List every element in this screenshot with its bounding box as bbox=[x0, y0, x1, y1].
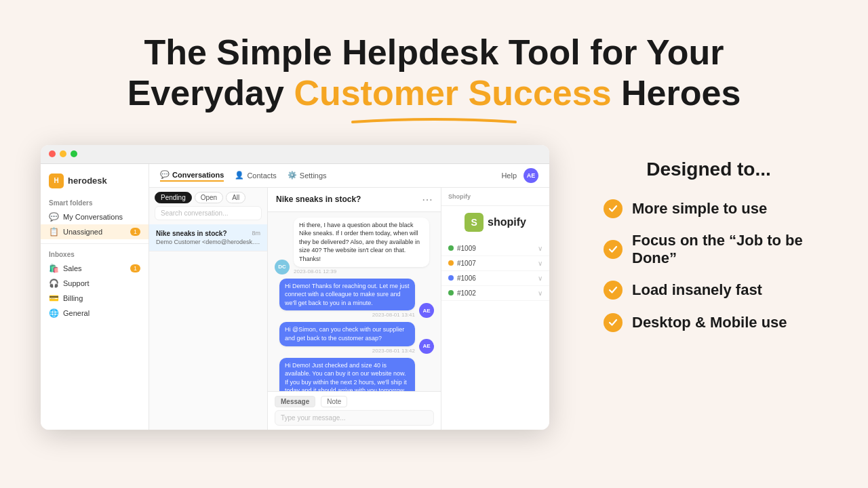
conv-time: 8m bbox=[252, 230, 260, 237]
order-left: #1009 bbox=[448, 245, 476, 252]
input-tabs: Message Note bbox=[275, 396, 434, 407]
logo-icon: H bbox=[49, 174, 64, 188]
tab-settings[interactable]: ⚙️ Settings bbox=[288, 169, 327, 182]
msg-time: 2023-08-01 12:39 bbox=[294, 268, 429, 274]
features-section: Designed to... More simple to use Focus … bbox=[576, 145, 827, 346]
conversation-list: Pending Open All Search conversation... … bbox=[149, 188, 268, 430]
unassigned-label: Unassigned bbox=[63, 228, 102, 236]
message-bubble: Hi there, I have a question about the bl… bbox=[294, 218, 429, 274]
order-status-dot bbox=[448, 260, 454, 266]
headline: The Simple Helpdesk Tool for Your Everyd… bbox=[68, 33, 800, 114]
input-tab-message[interactable]: Message bbox=[275, 396, 315, 407]
general-label: General bbox=[63, 309, 90, 317]
app-screenshot: H herodesk Smart folders 💬 My Conversati… bbox=[41, 145, 549, 430]
order-left: #1002 bbox=[448, 289, 476, 297]
help-link[interactable]: Help bbox=[501, 171, 517, 180]
order-item[interactable]: #1007 ∨ bbox=[441, 256, 549, 271]
order-status-dot bbox=[448, 290, 454, 296]
sidebar-item-sales[interactable]: 🛍️ Sales 1 bbox=[41, 261, 149, 276]
input-tab-note[interactable]: Note bbox=[321, 396, 347, 407]
order-item[interactable]: #1002 ∨ bbox=[441, 286, 549, 301]
dot-close[interactable] bbox=[49, 150, 56, 157]
shopify-logo-text: shopify bbox=[488, 216, 526, 228]
check-icon-job bbox=[604, 240, 623, 259]
sidebar-item-billing[interactable]: 💳 Billing bbox=[41, 291, 149, 306]
chat-input-area: Message Note Type your message... bbox=[268, 391, 441, 430]
conversation-search[interactable]: Search conversation... bbox=[155, 206, 262, 220]
msg-time: 2023-08-01 13:42 bbox=[279, 348, 415, 354]
msg-text: Hi Demo! Just checked and size 40 is ava… bbox=[279, 358, 415, 391]
shopify-header: Shopify bbox=[441, 188, 549, 206]
user-avatar[interactable]: AE bbox=[524, 168, 538, 183]
message-row: AE Hi @Simon, can you check with our sup… bbox=[275, 322, 434, 353]
chevron-icon: ∨ bbox=[538, 274, 542, 282]
my-conversations-label: My Conversations bbox=[63, 213, 123, 221]
conversation-item[interactable]: Nike sneaks in stock? 8m Demo Customer <… bbox=[149, 224, 267, 251]
message-row: DC Hi there, I have a question about the… bbox=[275, 218, 434, 274]
conv-preview: Demo Customer <demo@herodesk.io> bbox=[156, 239, 260, 245]
check-icon-mobile bbox=[604, 313, 623, 332]
main-content: H herodesk Smart folders 💬 My Conversati… bbox=[0, 138, 868, 430]
app-main: Pending Open All Search conversation... … bbox=[149, 188, 549, 430]
dot-maximize[interactable] bbox=[71, 150, 77, 157]
sidebar-item-general[interactable]: 🌐 General bbox=[41, 306, 149, 321]
dot-minimize[interactable] bbox=[60, 150, 66, 157]
tab-contacts[interactable]: 👤 Contacts bbox=[235, 169, 276, 182]
chat-title: Nike sneaks in stock? bbox=[276, 195, 361, 204]
app-topnav: 💬 Conversations 👤 Contacts ⚙️ Settings H… bbox=[149, 164, 549, 188]
shopify-panel: Shopify S shopify #1009 bbox=[441, 188, 549, 430]
tab-settings-label: Settings bbox=[300, 171, 327, 180]
order-left: #1007 bbox=[448, 260, 476, 267]
sidebar-item-support[interactable]: 🎧 Support bbox=[41, 276, 149, 291]
billing-label: Billing bbox=[63, 294, 83, 302]
headline-line2-suffix: Heroes bbox=[612, 73, 741, 113]
message-input[interactable]: Type your message... bbox=[275, 410, 434, 426]
filter-pending[interactable]: Pending bbox=[155, 192, 192, 203]
checkmark-icon bbox=[608, 285, 618, 295]
order-id: #1009 bbox=[457, 245, 476, 252]
filter-bar: Pending Open All bbox=[149, 188, 267, 206]
headline-highlight: Customer Success bbox=[294, 73, 611, 113]
checkmark-icon bbox=[608, 318, 618, 327]
headline-line1: The Simple Helpdesk Tool for Your bbox=[144, 33, 724, 72]
message-bubble: Hi @Simon, can you check with our suppli… bbox=[279, 322, 415, 353]
smart-folders-label: Smart folders bbox=[41, 197, 149, 209]
app-body: H herodesk Smart folders 💬 My Conversati… bbox=[41, 164, 549, 430]
more-options-button[interactable]: ⋯ bbox=[422, 193, 433, 206]
feature-label-simple: More simple to use bbox=[632, 200, 767, 218]
msg-text: Hi @Simon, can you check with our suppli… bbox=[279, 322, 415, 346]
feature-label-fast: Load insanely fast bbox=[632, 281, 762, 299]
msg-text: Hi Demo! Thanks for reaching out. Let me… bbox=[279, 279, 415, 311]
inboxes-label: Inboxes bbox=[41, 248, 149, 261]
checkmark-icon bbox=[608, 245, 618, 254]
tab-conversations[interactable]: 💬 Conversations bbox=[160, 169, 224, 182]
general-icon: 🌐 bbox=[49, 308, 59, 318]
order-id: #1002 bbox=[457, 289, 476, 297]
sidebar-item-my-conversations[interactable]: 💬 My Conversations bbox=[41, 209, 149, 224]
order-id: #1006 bbox=[457, 274, 476, 282]
sidebar-logo: H herodesk bbox=[41, 171, 149, 197]
feature-item-simple: More simple to use bbox=[604, 199, 814, 218]
check-icon-simple bbox=[604, 199, 623, 218]
feature-item-mobile: Desktop & Mobile use bbox=[604, 313, 814, 332]
conv-item-top: Nike sneaks in stock? 8m bbox=[156, 230, 260, 237]
order-item[interactable]: #1009 ∨ bbox=[441, 241, 549, 256]
order-item[interactable]: #1006 ∨ bbox=[441, 271, 549, 286]
app-main-area: 💬 Conversations 👤 Contacts ⚙️ Settings H… bbox=[149, 164, 549, 430]
window-chrome bbox=[41, 145, 549, 164]
chevron-icon: ∨ bbox=[538, 245, 542, 252]
nav-right: Help AE bbox=[501, 168, 538, 183]
order-id: #1007 bbox=[457, 260, 476, 267]
check-icon-fast bbox=[604, 281, 623, 300]
message-bubble: Hi Demo! Just checked and size 40 is ava… bbox=[279, 358, 415, 391]
shopify-logo-icon: S bbox=[465, 213, 484, 232]
filter-all[interactable]: All bbox=[226, 192, 245, 203]
shopify-logo-area: S shopify bbox=[441, 206, 549, 239]
tab-conversations-label: Conversations bbox=[172, 171, 224, 179]
sidebar-item-unassigned[interactable]: 📋 Unassigned 1 bbox=[41, 224, 149, 239]
msg-text: Hi there, I have a question about the bl… bbox=[294, 218, 429, 267]
feature-item-job: Focus on the “Job to be Done” bbox=[604, 232, 814, 267]
feature-label-mobile: Desktop & Mobile use bbox=[632, 314, 787, 331]
designed-label: Designed to... bbox=[604, 159, 814, 180]
filter-open[interactable]: Open bbox=[195, 192, 223, 203]
